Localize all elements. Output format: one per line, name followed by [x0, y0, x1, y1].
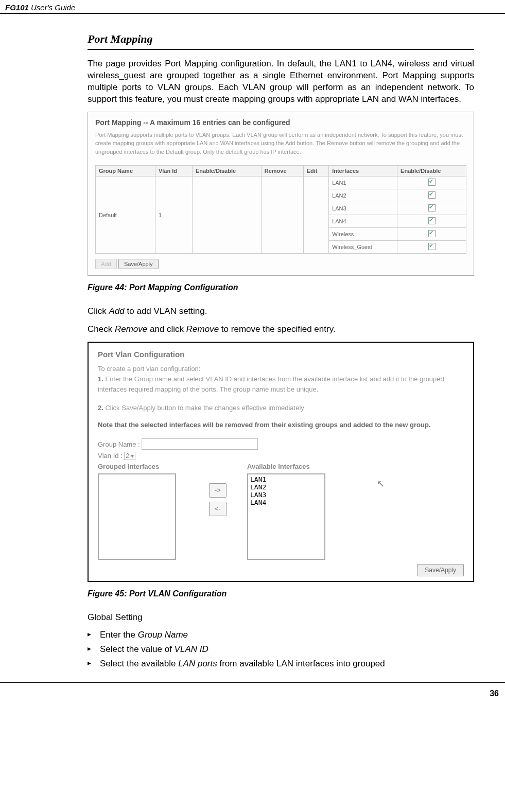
cell-edit: [303, 176, 329, 254]
vlan-id-select[interactable]: 2 ▾: [124, 452, 135, 460]
list-item: Enter the Group Name: [88, 630, 474, 640]
col-enable1: Enable/Disable: [192, 166, 261, 176]
screenshot2-title: Port Vlan Configuration: [98, 350, 464, 359]
col-edit: Edit: [303, 166, 329, 176]
cell-interface: Wireless: [329, 228, 397, 241]
section-heading: Port Mapping: [88, 32, 474, 50]
port-mapping-screenshot: Port Mapping -- A maximum 16 entries can…: [88, 112, 474, 276]
col-group-name: Group Name: [96, 166, 155, 176]
port-vlan-config-screenshot: Port Vlan Configuration To create a port…: [88, 342, 474, 582]
cell-remove: [261, 176, 303, 254]
running-header: FG101 User's Guide: [5, 3, 75, 12]
cell-interface: LAN2: [329, 189, 397, 202]
cell-interface: LAN4: [329, 215, 397, 228]
cell-interface: LAN3: [329, 202, 397, 215]
checkbox-icon[interactable]: [428, 230, 436, 237]
group-name-row: Group Name :: [98, 438, 464, 450]
group-name-input[interactable]: [142, 438, 258, 450]
list-item[interactable]: LAN2: [250, 483, 322, 491]
mid-text-1: Click Add to add VLAN setting.: [88, 306, 474, 317]
step2: 2. Click Save/Apply button to make the c…: [98, 403, 464, 413]
step1: 1. Enter the Group name and select VLAN …: [98, 374, 464, 395]
cursor-icon: ↖: [377, 478, 385, 489]
mid-text-2: Check Remove and click Remove to remove …: [88, 324, 474, 336]
screenshot1-title: Port Mapping -- A maximum 16 entries can…: [95, 118, 466, 127]
grouped-interfaces-listbox[interactable]: [98, 473, 176, 560]
col-interfaces: Interfaces: [329, 166, 397, 176]
checkbox-icon[interactable]: [428, 179, 436, 186]
cell-group-name: Default: [96, 176, 155, 254]
list-item[interactable]: LAN4: [250, 499, 322, 506]
cell-interface: LAN1: [329, 176, 397, 189]
checkbox-icon[interactable]: [428, 191, 436, 199]
global-setting-heading: Global Setting: [88, 612, 474, 624]
list-item[interactable]: LAN3: [250, 491, 322, 499]
grouped-interfaces-title: Grouped Interfaces: [98, 463, 176, 470]
checkbox-icon[interactable]: [428, 217, 436, 224]
book-title: User's Guide: [31, 3, 75, 12]
save-apply-button[interactable]: Save/Apply: [417, 564, 464, 576]
list-item[interactable]: LAN1: [250, 475, 322, 483]
list-item: Select the available LAN ports from avai…: [88, 659, 474, 669]
dual-list-container: Grouped Interfaces -> <- Available Inter…: [98, 463, 464, 560]
cell-vlan-id: 1: [155, 176, 192, 254]
figure-45-caption: Figure 45: Port VLAN Configuration: [88, 589, 474, 598]
vlan-id-label: Vlan Id :: [98, 452, 123, 460]
add-button[interactable]: Add: [95, 259, 117, 269]
page-number: 36: [0, 682, 505, 704]
chevron-down-icon: ▾: [131, 452, 134, 460]
col-remove: Remove: [261, 166, 303, 176]
move-left-button[interactable]: <-: [209, 502, 227, 516]
col-enable2: Enable/Disable: [397, 166, 466, 176]
screenshot1-desc: Port Mapping supports multiple ports to …: [95, 131, 466, 156]
checkbox-icon[interactable]: [428, 243, 436, 250]
port-mapping-table: Group Name Vlan Id Enable/Disable Remove…: [95, 165, 466, 254]
note-text: Note that the selected interfaces will b…: [98, 421, 464, 429]
move-right-button[interactable]: ->: [209, 483, 227, 498]
intro-paragraph: The page provides Port Mapping configura…: [88, 58, 474, 105]
checkbox-icon[interactable]: [428, 204, 436, 211]
bullet-list: Enter the Group Name Select the value of…: [88, 630, 474, 669]
cell-enable1: [192, 176, 261, 254]
available-interfaces-title: Available Interfaces: [247, 463, 325, 470]
product-name: FG101: [5, 3, 29, 12]
vlan-id-row: Vlan Id : 2 ▾: [98, 452, 464, 460]
screenshot2-intro: To create a port vlan configuration:: [98, 364, 464, 374]
list-item: Select the value of VLAN ID: [88, 644, 474, 655]
col-vlan-id: Vlan Id: [155, 166, 192, 176]
cell-interface: Wireless_Guest: [329, 241, 397, 254]
figure-44-caption: Figure 44: Port Mapping Configuration: [88, 283, 474, 292]
table-row: Default 1 LAN1: [96, 176, 466, 189]
save-apply-button[interactable]: Save/Apply: [118, 259, 159, 269]
available-interfaces-listbox[interactable]: LAN1 LAN2 LAN3 LAN4: [247, 473, 325, 560]
group-name-label: Group Name :: [98, 440, 140, 448]
